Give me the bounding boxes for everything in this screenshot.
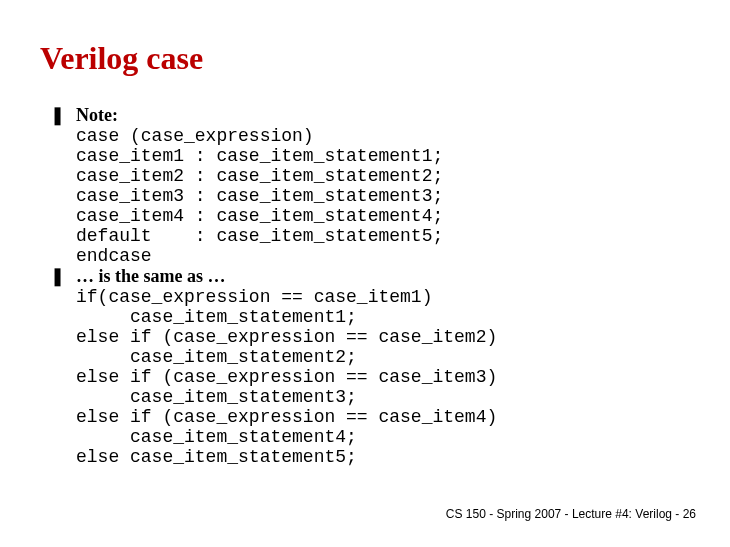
code-line: else if (case_expression == case_item4) (76, 407, 497, 427)
code-line: else if (case_expression == case_item3) (76, 367, 497, 387)
code-line: case_item2 : case_item_statement2; (76, 166, 443, 186)
code-line: case_item_statement3; (76, 387, 357, 407)
slide-title: Verilog case (40, 40, 690, 77)
code-line: else case_item_statement5; (76, 447, 357, 467)
code-block-1: case (case_expression) case_item1 : case… (76, 126, 690, 266)
bullet-label-2: … is the same as … (76, 266, 226, 287)
bullet-label-1: Note: (76, 105, 118, 126)
slide-content: ❚ Note: case (case_expression) case_item… (40, 105, 690, 467)
bullet-icon: ❚ (50, 266, 76, 286)
bullet-item-1: ❚ Note: (50, 105, 690, 126)
code-line: case_item1 : case_item_statement1; (76, 146, 443, 166)
code-line: case_item_statement4; (76, 427, 357, 447)
code-line: case_item_statement1; (76, 307, 357, 327)
code-line: else if (case_expression == case_item2) (76, 327, 497, 347)
bullet-item-2: ❚ … is the same as … (50, 266, 690, 287)
code-block-2: if(case_expression == case_item1) case_i… (76, 287, 690, 467)
code-line: case_item_statement2; (76, 347, 357, 367)
code-line: endcase (76, 246, 152, 266)
code-line: if(case_expression == case_item1) (76, 287, 432, 307)
bullet-icon: ❚ (50, 105, 76, 125)
code-line: case_item3 : case_item_statement3; (76, 186, 443, 206)
code-line: case (case_expression) (76, 126, 314, 146)
slide-footer: CS 150 - Spring 2007 - Lecture #4: Veril… (446, 507, 696, 521)
code-line: default : case_item_statement5; (76, 226, 443, 246)
code-line: case_item4 : case_item_statement4; (76, 206, 443, 226)
